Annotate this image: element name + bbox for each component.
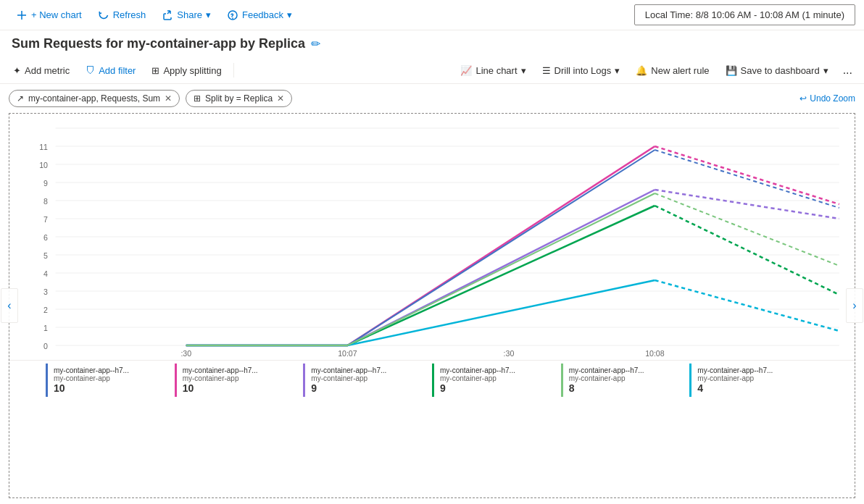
legend-sub-2: my-container-app <box>311 374 426 382</box>
chart-container: ‹ › 0 1 2 3 <box>9 113 855 498</box>
share-chevron: ▾ <box>206 9 211 20</box>
legend-value-3: 9 <box>440 382 555 394</box>
filter-icon: ⛉ <box>86 65 95 76</box>
svg-text:4: 4 <box>43 270 48 278</box>
top-bar-left: + New chart Refresh Share ▾ Feedback ▾ <box>9 6 631 25</box>
svg-text:6: 6 <box>43 234 48 242</box>
legend-label-2: my-container-app--h7... <box>311 366 426 374</box>
title-bar: Sum Requests for my-container-app by Rep… <box>0 30 864 57</box>
top-bar: + New chart Refresh Share ▾ Feedback ▾ L… <box>0 0 864 30</box>
more-options-button[interactable]: ... <box>837 60 858 80</box>
undo-zoom-icon: ↩ <box>799 93 807 104</box>
legend-sub-0: my-container-app <box>54 374 169 382</box>
legend-item-5: my-container-app--h7... my-container-app… <box>689 364 818 397</box>
alert-icon: 🔔 <box>636 65 647 76</box>
add-metric-button[interactable]: ✦ Add metric <box>6 62 77 80</box>
refresh-label: Refresh <box>113 9 146 20</box>
new-chart-label: + New chart <box>31 9 82 20</box>
nav-arrow-right[interactable]: › <box>846 288 863 323</box>
legend-sub-5: my-container-app <box>697 374 813 382</box>
svg-text::30: :30 <box>180 350 191 358</box>
legend-sub-3: my-container-app <box>440 374 555 382</box>
undo-zoom-button[interactable]: ↩ Undo Zoom <box>799 93 855 104</box>
split-filter-tag[interactable]: ⊞ Split by = Replica ✕ <box>186 90 292 107</box>
svg-text:9: 9 <box>43 180 48 188</box>
line-chart-button[interactable]: 📈 Line chart ▾ <box>453 62 533 80</box>
chart-svg: 0 1 2 3 4 5 6 7 8 9 10 11 :30 10:07 :30 … <box>9 114 855 360</box>
legend: my-container-app--h7... my-container-app… <box>9 360 855 400</box>
share-icon <box>162 9 173 21</box>
legend-label-5: my-container-app--h7... <box>697 366 813 374</box>
new-chart-button[interactable]: + New chart <box>9 6 89 25</box>
svg-text:10:07: 10:07 <box>338 350 357 358</box>
drill-icon: ☰ <box>542 65 551 76</box>
metric-tag-text: my-container-app, Requests, Sum <box>28 93 160 104</box>
separator-1 <box>233 63 234 77</box>
top-bar-right: Local Time: 8/8 10:06 AM - 10:08 AM (1 m… <box>634 4 855 25</box>
filter-bar: ↗ my-container-app, Requests, Sum ✕ ⊞ Sp… <box>0 84 864 113</box>
apply-splitting-label: Apply splitting <box>163 65 221 76</box>
refresh-icon <box>98 9 109 21</box>
legend-item-4: my-container-app--h7... my-container-app… <box>561 364 690 397</box>
feedback-button[interactable]: Feedback ▾ <box>220 6 299 25</box>
line-chart-icon: 📈 <box>460 65 472 76</box>
svg-text:2: 2 <box>43 306 48 314</box>
refresh-button[interactable]: Refresh <box>91 6 154 25</box>
legend-label-1: my-container-app--h7... <box>183 366 298 374</box>
edit-icon[interactable]: ✏ <box>311 37 320 51</box>
legend-item-1: my-container-app--h7... my-container-app… <box>175 364 304 397</box>
svg-text:11: 11 <box>39 143 48 151</box>
feedback-label: Feedback <box>242 9 283 20</box>
svg-text:10: 10 <box>39 161 48 169</box>
split-tag-text: Split by = Replica <box>205 93 273 104</box>
svg-text:10:08: 10:08 <box>645 350 665 358</box>
svg-text:8: 8 <box>43 198 48 206</box>
action-bar: ✦ Add metric ⛉ Add filter ⊞ Apply splitt… <box>0 57 864 84</box>
save-icon: 💾 <box>726 65 737 76</box>
legend-value-1: 10 <box>183 382 298 394</box>
legend-item-0: my-container-app--h7... my-container-app… <box>46 364 175 397</box>
time-range-button[interactable]: Local Time: 8/8 10:06 AM - 10:08 AM (1 m… <box>634 4 855 25</box>
legend-value-0: 10 <box>54 382 169 394</box>
drill-into-logs-button[interactable]: ☰ Drill into Logs ▾ <box>535 62 628 80</box>
nav-arrow-left[interactable]: ‹ <box>1 288 18 323</box>
legend-sub-1: my-container-app <box>183 374 298 382</box>
split-tag-icon: ⊞ <box>194 93 201 104</box>
legend-value-2: 9 <box>311 382 426 394</box>
save-label: Save to dashboard <box>741 65 820 76</box>
legend-item-3: my-container-app--h7... my-container-app… <box>432 364 561 397</box>
drill-label: Drill into Logs <box>554 65 612 76</box>
chart-section: ↗ my-container-app, Requests, Sum ✕ ⊞ Sp… <box>0 84 864 504</box>
add-metric-label: Add metric <box>25 65 70 76</box>
legend-item-2: my-container-app--h7... my-container-app… <box>303 364 432 397</box>
split-tag-close[interactable]: ✕ <box>277 93 284 104</box>
feedback-icon <box>227 9 238 21</box>
svg-text:0: 0 <box>43 343 48 350</box>
svg-text::30: :30 <box>504 350 515 358</box>
legend-value-5: 4 <box>697 382 813 394</box>
legend-label-4: my-container-app--h7... <box>569 366 684 374</box>
save-chevron: ▾ <box>823 65 828 76</box>
new-alert-rule-button[interactable]: 🔔 New alert rule <box>628 62 716 80</box>
action-bar-right: 📈 Line chart ▾ ☰ Drill into Logs ▾ 🔔 New… <box>453 60 858 80</box>
add-filter-button[interactable]: ⛉ Add filter <box>78 62 143 80</box>
page-title: Sum Requests for my-container-app by Rep… <box>12 36 305 51</box>
main-content: Sum Requests for my-container-app by Rep… <box>0 30 864 504</box>
svg-text:3: 3 <box>43 288 48 296</box>
plus-icon <box>16 9 28 21</box>
split-icon: ⊞ <box>151 65 159 76</box>
legend-sub-4: my-container-app <box>569 374 684 382</box>
time-range-label: Local Time: 8/8 10:06 AM - 10:08 AM (1 m… <box>645 9 844 20</box>
metric-tag-close[interactable]: ✕ <box>165 93 172 104</box>
apply-splitting-button[interactable]: ⊞ Apply splitting <box>144 62 228 80</box>
alert-label: New alert rule <box>651 65 709 76</box>
metric-filter-tag[interactable]: ↗ my-container-app, Requests, Sum ✕ <box>9 90 180 107</box>
share-label: Share <box>177 9 202 20</box>
more-label: ... <box>843 64 852 77</box>
add-metric-icon: ✦ <box>13 65 21 76</box>
metric-tag-icon: ↗ <box>17 93 24 104</box>
legend-value-4: 8 <box>569 382 684 394</box>
feedback-chevron: ▾ <box>287 9 292 20</box>
save-to-dashboard-button[interactable]: 💾 Save to dashboard ▾ <box>718 62 836 80</box>
share-button[interactable]: Share ▾ <box>154 6 218 25</box>
